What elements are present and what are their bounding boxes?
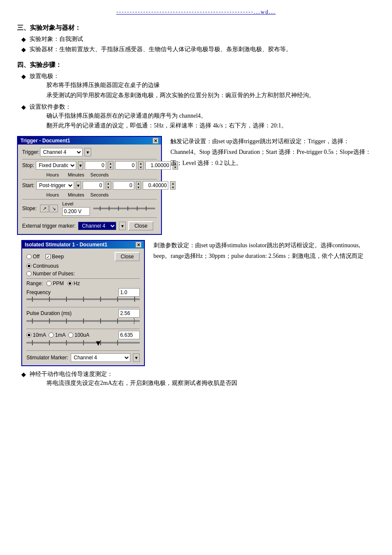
- beep-label: Beep: [52, 254, 64, 260]
- pulse-slider[interactable]: }: [26, 320, 140, 322]
- bullet-icon: ◆: [21, 104, 26, 111]
- stimulator-body: Off ✓ Beep Close Continuous Number: [22, 249, 144, 365]
- stop-minutes-spin[interactable]: ▲▼: [138, 161, 144, 170]
- stop-mode-select[interactable]: Fixed Duration: [36, 161, 76, 170]
- current-row: 10mA 1mA 100uA: [26, 331, 140, 339]
- start-seconds-spin[interactable]: ▲▼: [170, 181, 176, 190]
- current-input[interactable]: [118, 331, 140, 339]
- continuous-radio[interactable]: Continuous: [26, 263, 59, 269]
- trigger-body: Trigger: Channel 4 ▼ Stop: Fixed Duratio…: [18, 145, 161, 234]
- bottom-section: ◆ 神经干动作电位传导速度测定： 将电流强度先设定在2mA左右，开启刺激电极，观…: [17, 370, 375, 388]
- start-hours-input[interactable]: [83, 181, 104, 190]
- pulse-dur-input[interactable]: [118, 309, 140, 318]
- bullet-icon: ◆: [21, 36, 26, 43]
- section3-title: 三、实验对象与器材：: [17, 24, 375, 32]
- beep-checkbox[interactable]: ✓ Beep: [46, 254, 64, 260]
- stop-label: Stop:: [22, 162, 34, 168]
- slope-label: Slope:: [22, 205, 38, 211]
- stimulator-close-button[interactable]: Close: [115, 252, 140, 261]
- ext-trigger-select[interactable]: Channel 4: [78, 222, 116, 230]
- trigger-title: Trigger - Document1: [20, 138, 70, 144]
- freq-input[interactable]: [118, 288, 140, 297]
- range-label: Range:: [26, 280, 43, 286]
- beep-checkbox-icon: ✓: [46, 254, 51, 259]
- hours-label: Hours: [41, 172, 64, 177]
- freq-slider[interactable]: [26, 298, 140, 300]
- stim-marker-select[interactable]: Channel 4: [71, 353, 130, 362]
- ma1-radio[interactable]: 1mA: [49, 332, 66, 338]
- hz-radio[interactable]: Hz: [67, 280, 80, 286]
- slope-up-button[interactable]: ↗: [40, 205, 49, 212]
- trigger-label: Trigger:: [22, 149, 38, 155]
- num-pulses-radio-icon: [26, 271, 32, 276]
- hz-label: Hz: [74, 280, 80, 286]
- section4-title: 四、实验步骤：: [17, 61, 375, 69]
- stimulator-section: Isolated Stimulator 1 - Document1 ✕ Off …: [17, 240, 375, 366]
- start-dropdown-arrow[interactable]: ▼: [76, 181, 81, 190]
- pulse-dur-row: Pulse Duration (ms): [26, 309, 140, 318]
- slope-slider-track: [93, 208, 155, 209]
- stim-marker-arrow[interactable]: ▼: [133, 353, 140, 362]
- pulse-dur-label: Pulse Duration (ms): [26, 310, 72, 316]
- trigger-close-icon[interactable]: ✕: [153, 138, 159, 144]
- slope-slider[interactable]: [92, 208, 157, 209]
- step1-sub: 胶布将手指脉搏压换能器固定在桌子的边缘 承受测试的同学用胶布固定条形刺激电极，两…: [46, 80, 315, 101]
- ppm-radio-icon: [46, 281, 52, 286]
- section3-item2: 实验器材：生物前置放大、手指脉压感受器、生物信号人体记录电极导极、条形刺激电极、…: [29, 46, 292, 53]
- off-radio[interactable]: Off: [26, 254, 40, 260]
- section3-item1: 实验对象：自我测试: [29, 35, 83, 43]
- ma1-label: 1mA: [55, 332, 66, 338]
- stimulator-dialog: Isolated Stimulator 1 - Document1 ✕ Off …: [21, 240, 145, 366]
- seconds-label2: Seconds: [88, 192, 111, 197]
- ext-trigger-label: External trigger marker:: [22, 223, 75, 229]
- trigger-section: Trigger - Document1 ✕ Trigger: Channel 4…: [17, 136, 375, 235]
- bullet-icon: ◆: [21, 46, 26, 53]
- stimulator-note: 刺激参数设定：由set up选择stimulus isolator跳出的对话框设…: [153, 240, 375, 261]
- minutes-label2: Minutes: [64, 192, 88, 197]
- ext-trigger-row: External trigger marker: Channel 4 ▼ Clo…: [22, 221, 157, 231]
- hours-label2: Hours: [41, 192, 64, 197]
- start-minutes-spin[interactable]: ▲▼: [136, 181, 141, 190]
- step2-label: 设置软件参数：: [29, 104, 71, 110]
- bullet-icon: ◆: [21, 371, 26, 378]
- stop-hours-spin[interactable]: ▲▼: [108, 161, 113, 170]
- stimulator-title: Isolated Stimulator 1 - Document1: [25, 242, 107, 248]
- header-dots: ----------------------------------------…: [17, 9, 375, 15]
- num-pulses-radio[interactable]: Number of Pulses:: [26, 271, 75, 277]
- ua100-radio-icon: [68, 332, 73, 338]
- trigger-close-button[interactable]: Close: [128, 221, 153, 231]
- ext-trigger-arrow[interactable]: ▼: [119, 222, 126, 230]
- bullet-icon: ◆: [21, 73, 26, 80]
- ma10-label: 10mA: [33, 332, 46, 338]
- ppm-radio[interactable]: PPM: [46, 280, 64, 286]
- step2-sub: 确认手指脉搏压换能器所在的记录通道的顺序号为 channel4。 翻开此序号的记…: [46, 111, 287, 131]
- continuous-radio-icon: [26, 263, 32, 269]
- ma10-radio-icon: [26, 332, 32, 338]
- num-pulses-row: Number of Pulses:: [26, 271, 140, 277]
- stimulator-titlebar: Isolated Stimulator 1 - Document1 ✕: [22, 241, 144, 249]
- trigger-channel-select[interactable]: Channel 4: [40, 148, 83, 156]
- start-mode-select[interactable]: Post-trigger: [36, 181, 74, 190]
- stop-minutes-input[interactable]: [115, 161, 136, 170]
- stop-hours-input[interactable]: [85, 161, 106, 170]
- hz-radio-icon: [67, 281, 72, 286]
- start-seconds-input[interactable]: [143, 181, 168, 190]
- slope-row: Slope: ↗ ↘ Level: [22, 201, 157, 216]
- slope-down-button[interactable]: ↘: [49, 205, 58, 212]
- num-pulses-label: Number of Pulses:: [33, 271, 75, 277]
- trigger-dropdown-arrow[interactable]: ▼: [84, 148, 91, 156]
- stop-dropdown-arrow[interactable]: ▼: [78, 161, 83, 170]
- freq-label: Frequency: [26, 289, 51, 295]
- trigger-titlebar: Trigger - Document1 ✕: [18, 137, 161, 145]
- stop-seconds-input[interactable]: [145, 161, 171, 170]
- off-label: Off: [33, 254, 40, 260]
- stimulator-close-icon[interactable]: ✕: [135, 242, 141, 248]
- bottom-sub: 将电流强度先设定在2mA左右，开启刺激电极，观察测试者拇收肌是否因: [46, 378, 237, 388]
- ua100-radio[interactable]: 100uA: [68, 332, 89, 338]
- current-slider[interactable]: ▼: [26, 342, 140, 344]
- ma10-radio[interactable]: 10mA: [26, 332, 46, 338]
- step1-label: 放置电极：: [29, 73, 59, 79]
- level-input[interactable]: [62, 207, 90, 216]
- start-hours-spin[interactable]: ▲▼: [106, 181, 111, 190]
- start-minutes-input[interactable]: [113, 181, 134, 190]
